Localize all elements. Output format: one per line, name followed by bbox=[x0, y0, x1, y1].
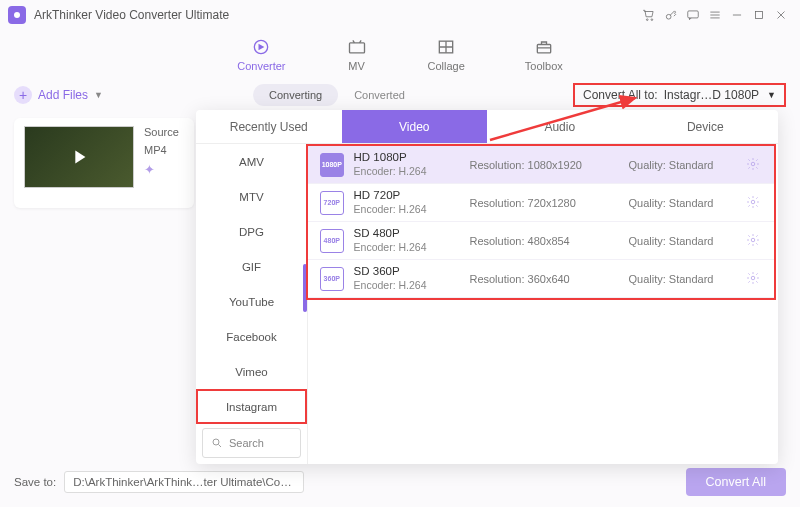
format-search[interactable]: Search bbox=[202, 428, 301, 458]
add-files-button[interactable]: + Add Files ▼ bbox=[14, 86, 103, 104]
svg-point-1 bbox=[646, 19, 648, 21]
gear-icon[interactable] bbox=[746, 157, 762, 173]
format-badge-icon: 480P bbox=[320, 229, 344, 253]
converter-icon bbox=[250, 36, 272, 58]
close-icon[interactable] bbox=[770, 4, 792, 26]
sidebar-item-gif[interactable]: GIF bbox=[196, 249, 307, 284]
svg-point-3 bbox=[666, 14, 671, 19]
mv-icon bbox=[346, 36, 368, 58]
svg-point-0 bbox=[14, 12, 20, 18]
sidebar-item-vimeo[interactable]: Vimeo bbox=[196, 354, 307, 389]
format-sidebar: AMVMTVDPGGIFYouTubeFacebookVimeoInstagra… bbox=[196, 144, 308, 464]
save-to-label: Save to: bbox=[14, 476, 56, 488]
seg-converting[interactable]: Converting bbox=[253, 84, 338, 106]
sidebar-item-instagram[interactable]: Instagram bbox=[196, 389, 307, 424]
toolbar: + Add Files ▼ Converting Converted Conve… bbox=[14, 78, 786, 112]
tab-collage[interactable]: Collage bbox=[428, 36, 465, 72]
cart-icon[interactable] bbox=[638, 4, 660, 26]
format-row[interactable]: 480PSD 480PEncoder: H.264Resolution: 480… bbox=[308, 222, 774, 260]
app-logo bbox=[8, 6, 26, 24]
popup-tab-recent[interactable]: Recently Used bbox=[196, 110, 342, 143]
format-badge-icon: 1080P bbox=[320, 153, 344, 177]
tab-mv[interactable]: MV bbox=[346, 36, 368, 72]
feedback-icon[interactable] bbox=[682, 4, 704, 26]
gear-icon[interactable] bbox=[746, 271, 762, 287]
convert-all-dropdown[interactable]: Convert All to: Instagr…D 1080P ▼ bbox=[573, 83, 786, 107]
maximize-icon[interactable] bbox=[748, 4, 770, 26]
minimize-icon[interactable] bbox=[726, 4, 748, 26]
sidebar-item-facebook[interactable]: Facebook bbox=[196, 319, 307, 354]
file-format: MP4 bbox=[144, 144, 179, 156]
sidebar-item-amv[interactable]: AMV bbox=[196, 144, 307, 179]
svg-point-15 bbox=[752, 276, 756, 280]
format-badge-icon: 360P bbox=[320, 267, 344, 291]
svg-point-13 bbox=[752, 200, 756, 204]
search-icon bbox=[211, 437, 223, 449]
video-thumbnail[interactable] bbox=[24, 126, 134, 188]
key-icon[interactable] bbox=[660, 4, 682, 26]
popup-tabs: Recently Used Video Audio Device bbox=[196, 110, 778, 144]
format-badge-icon: 720P bbox=[320, 191, 344, 215]
svg-rect-5 bbox=[756, 12, 763, 19]
tab-toolbox[interactable]: Toolbox bbox=[525, 36, 563, 72]
format-popup: Recently Used Video Audio Device AMVMTVD… bbox=[196, 110, 778, 464]
bottom-bar: Save to: D:\ArkThinker\ArkThink…ter Ulti… bbox=[14, 467, 786, 497]
titlebar: ArkThinker Video Converter Ultimate bbox=[0, 0, 800, 30]
app-title: ArkThinker Video Converter Ultimate bbox=[34, 8, 229, 22]
format-row[interactable]: 720PHD 720PEncoder: H.264Resolution: 720… bbox=[308, 184, 774, 222]
sidebar-item-mtv[interactable]: MTV bbox=[196, 179, 307, 214]
format-panel: 1080PHD 1080PEncoder: H.264Resolution: 1… bbox=[308, 144, 778, 464]
collage-icon bbox=[435, 36, 457, 58]
svg-point-2 bbox=[651, 19, 653, 21]
svg-point-14 bbox=[752, 238, 756, 242]
tab-converter[interactable]: Converter bbox=[237, 36, 285, 72]
format-row[interactable]: 1080PHD 1080PEncoder: H.264Resolution: 1… bbox=[308, 146, 774, 184]
chevron-down-icon: ▼ bbox=[94, 90, 103, 100]
convert-status-segment: Converting Converted bbox=[253, 84, 421, 106]
convert-all-button[interactable]: Convert All bbox=[686, 468, 786, 496]
popup-tab-video[interactable]: Video bbox=[342, 110, 488, 143]
popup-tab-device[interactable]: Device bbox=[633, 110, 779, 143]
sidebar-item-dpg[interactable]: DPG bbox=[196, 214, 307, 249]
menu-icon[interactable] bbox=[704, 4, 726, 26]
format-row[interactable]: 360PSD 360PEncoder: H.264Resolution: 360… bbox=[308, 260, 774, 298]
toolbox-icon bbox=[533, 36, 555, 58]
file-card[interactable]: Source MP4 ✦ bbox=[14, 118, 194, 208]
plus-icon: + bbox=[14, 86, 32, 104]
save-path-field[interactable]: D:\ArkThinker\ArkThink…ter Ultimate\Conv… bbox=[64, 471, 304, 493]
svg-point-11 bbox=[213, 439, 219, 445]
magic-wand-icon[interactable]: ✦ bbox=[144, 162, 179, 177]
seg-converted[interactable]: Converted bbox=[338, 84, 421, 106]
svg-rect-7 bbox=[349, 43, 364, 53]
svg-rect-9 bbox=[537, 45, 550, 53]
gear-icon[interactable] bbox=[746, 233, 762, 249]
gear-icon[interactable] bbox=[746, 195, 762, 211]
popup-tab-audio[interactable]: Audio bbox=[487, 110, 633, 143]
svg-point-12 bbox=[752, 162, 756, 166]
main-tabs: Converter MV Collage Toolbox bbox=[0, 30, 800, 78]
chevron-down-icon: ▼ bbox=[767, 90, 776, 100]
sidebar-item-youtube[interactable]: YouTube bbox=[196, 284, 307, 319]
source-label: Source bbox=[144, 126, 179, 138]
